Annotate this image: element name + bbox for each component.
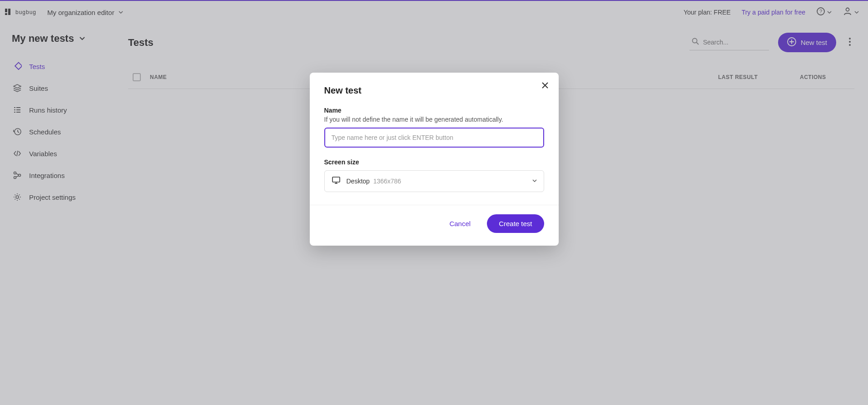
name-hint: If you will not define the name it will … <box>324 116 544 123</box>
modal-footer: Cancel Create test <box>324 214 544 233</box>
name-label: Name <box>324 107 544 114</box>
modal-overlay[interactable]: New test Name If you will not define the… <box>0 0 868 405</box>
screen-size-name: Desktop <box>347 178 370 185</box>
screen-size-select[interactable]: Desktop 1366x786 <box>324 170 544 192</box>
new-test-modal: New test Name If you will not define the… <box>310 73 559 246</box>
modal-divider <box>310 205 559 205</box>
create-test-button[interactable]: Create test <box>487 214 544 233</box>
screen-size-dimensions: 1366x786 <box>373 178 402 185</box>
cancel-button[interactable]: Cancel <box>438 214 481 233</box>
modal-title: New test <box>324 85 544 96</box>
modal-close-button[interactable] <box>541 81 549 91</box>
chevron-down-icon <box>532 177 537 185</box>
screen-size-value: Desktop 1366x786 <box>347 178 526 185</box>
desktop-icon <box>331 175 341 187</box>
close-icon <box>541 81 549 91</box>
screen-size-label: Screen size <box>324 158 544 166</box>
svg-rect-17 <box>332 177 340 182</box>
test-name-input[interactable] <box>324 128 544 148</box>
